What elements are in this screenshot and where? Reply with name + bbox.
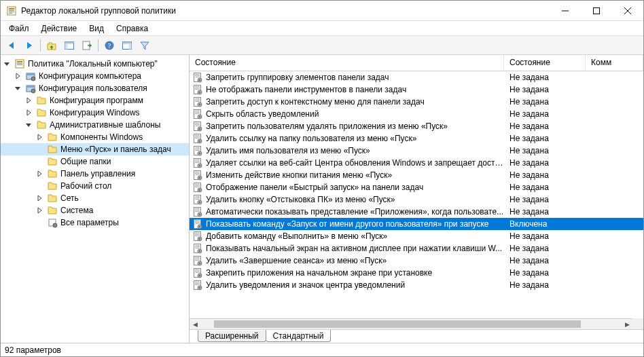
- tree-item[interactable]: Конфигурация пользователя: [1, 82, 189, 94]
- column-header-state[interactable]: Состояние: [504, 55, 586, 71]
- scroll-thumb[interactable]: [214, 320, 581, 328]
- svg-rect-98: [195, 208, 200, 209]
- tree-item[interactable]: Панель управления: [1, 168, 189, 180]
- policy-row[interactable]: Скрыть область уведомленийНе задана: [190, 108, 643, 120]
- column-header-comment[interactable]: Комм: [586, 55, 643, 71]
- policy-icon: [192, 133, 203, 144]
- policy-row[interactable]: Удалить кнопку «Отстыковка ПК» из меню «…: [190, 193, 643, 206]
- policy-row[interactable]: Отображение панели «Быстрый запуск» на п…: [190, 181, 643, 193]
- svg-rect-94: [195, 199, 200, 200]
- policy-row[interactable]: Запретить доступ к контекстному меню для…: [190, 96, 643, 108]
- tree-item[interactable]: Конфигурация Windows: [1, 107, 189, 119]
- policy-row[interactable]: Показывать начальный экран на активном д…: [190, 242, 643, 255]
- policy-name: Запретить доступ к контекстному меню для…: [206, 97, 425, 107]
- menu-файл[interactable]: Файл: [3, 22, 35, 35]
- scroll-right-button[interactable]: ▶: [622, 319, 632, 329]
- app-icon: [6, 5, 17, 16]
- expand-icon[interactable]: [36, 207, 46, 214]
- tab-standard[interactable]: Стандартный: [266, 330, 332, 342]
- svg-point-96: [199, 202, 200, 203]
- tree-item-label: Меню «Пуск» и панель задач: [60, 145, 171, 154]
- svg-rect-134: [195, 282, 200, 282]
- policy-row[interactable]: Закрепить приложения на начальном экране…: [190, 267, 643, 279]
- svg-rect-69: [195, 149, 200, 149]
- policy-row[interactable]: Удалить уведомления и значок центра увед…: [190, 279, 643, 291]
- expand-icon[interactable]: [36, 195, 46, 202]
- policy-icon: [192, 96, 203, 107]
- tree-item[interactable]: Административные шаблоны: [1, 119, 189, 131]
- expand-icon[interactable]: [36, 134, 46, 140]
- expand-icon[interactable]: [14, 73, 24, 79]
- maximize-button[interactable]: [581, 1, 612, 20]
- policy-row[interactable]: Удалить ссылку на папку пользователя из …: [190, 132, 643, 145]
- policy-row[interactable]: Удалить имя пользователя из меню «Пуск»Н…: [190, 145, 643, 157]
- policy-row[interactable]: Добавить команду «Выполнить» в меню «Пус…: [190, 230, 643, 242]
- policy-row[interactable]: Не отображать панели инструментов в пане…: [190, 83, 643, 96]
- tree-item[interactable]: Конфигурация компьютера: [1, 70, 189, 82]
- svg-rect-39: [195, 88, 200, 88]
- svg-rect-80: [195, 172, 200, 172]
- svg-rect-40: [195, 89, 200, 90]
- policy-name: Запретить пользователям удалять приложен…: [206, 121, 448, 131]
- policy-row[interactable]: Запретить группировку элементов панели з…: [190, 71, 643, 83]
- policy-row[interactable]: Удалить «Завершение сеанса» из меню «Пус…: [190, 255, 643, 267]
- expand-icon[interactable]: [25, 109, 35, 116]
- svg-rect-112: [195, 236, 200, 236]
- svg-rect-24: [26, 73, 35, 75]
- minimize-button[interactable]: [550, 1, 581, 20]
- svg-rect-20: [17, 61, 22, 62]
- policy-icon: [192, 145, 203, 156]
- expand-icon[interactable]: [25, 97, 35, 104]
- tree-item[interactable]: Политика "Локальный компьютер": [1, 58, 189, 70]
- svg-rect-88: [195, 187, 200, 187]
- help-button[interactable]: ?: [101, 38, 118, 53]
- column-header-name[interactable]: Состояние: [190, 55, 504, 71]
- expand-icon[interactable]: [36, 170, 46, 177]
- svg-rect-70: [195, 150, 200, 151]
- tree-pane[interactable]: Политика "Локальный компьютер"Конфигурац…: [1, 55, 190, 343]
- forward-button[interactable]: [21, 38, 37, 53]
- folder-icon: [47, 144, 58, 155]
- policy-row[interactable]: Удаляет ссылки на веб-сайт Центра обновл…: [190, 157, 643, 169]
- policy-icon: [192, 219, 203, 229]
- back-button[interactable]: [3, 38, 20, 53]
- menu-справка[interactable]: Справка: [111, 22, 154, 35]
- menu-действие[interactable]: Действие: [36, 22, 83, 35]
- tree-item[interactable]: Компоненты Windows: [1, 131, 189, 143]
- svg-point-25: [31, 77, 35, 81]
- tree-item[interactable]: Сеть: [1, 192, 189, 204]
- tree-item[interactable]: Общие папки: [1, 155, 189, 168]
- filter-button[interactable]: [137, 38, 153, 53]
- close-button[interactable]: [612, 1, 643, 20]
- up-button[interactable]: [43, 38, 60, 53]
- menu-вид[interactable]: Вид: [84, 22, 109, 35]
- policy-row[interactable]: Показывать команду «Запуск от имени друг…: [190, 218, 643, 230]
- show-hide-tree-button[interactable]: [61, 38, 77, 53]
- policy-state: Не задана: [504, 73, 586, 82]
- view-tabs: Расширенный Стандартный: [190, 329, 643, 343]
- tree-item[interactable]: Конфигурация программ: [1, 94, 189, 107]
- policy-row[interactable]: Изменить действие кнопки питания меню «П…: [190, 169, 643, 181]
- svg-rect-111: [195, 234, 200, 235]
- tree-item[interactable]: Рабочий стол: [1, 180, 189, 192]
- export-button[interactable]: [79, 38, 95, 53]
- tree-item[interactable]: Меню «Пуск» и панель задач: [1, 143, 189, 155]
- policy-row[interactable]: Запретить пользователям удалять приложен…: [190, 120, 643, 132]
- svg-rect-93: [195, 198, 200, 198]
- policy-icon: [192, 243, 203, 254]
- policy-state: Не задана: [504, 97, 586, 107]
- horizontal-scrollbar[interactable]: ◀ ▶: [190, 318, 632, 329]
- collapse-icon[interactable]: [14, 85, 24, 92]
- tree-item[interactable]: Система: [1, 204, 189, 217]
- svg-rect-123: [195, 259, 200, 259]
- collapse-icon[interactable]: [3, 60, 13, 67]
- policy-row[interactable]: Автоматически показывать представление «…: [190, 206, 643, 218]
- show-hide-action-button[interactable]: [119, 38, 135, 53]
- collapse-icon[interactable]: [25, 121, 35, 128]
- tab-extended[interactable]: Расширенный: [198, 331, 266, 342]
- tree-item[interactable]: Все параметры: [1, 217, 189, 229]
- scroll-left-button[interactable]: ◀: [190, 319, 200, 329]
- policy-icon: [192, 255, 203, 266]
- svg-rect-118: [195, 248, 200, 248]
- folder-icon: [47, 168, 58, 179]
